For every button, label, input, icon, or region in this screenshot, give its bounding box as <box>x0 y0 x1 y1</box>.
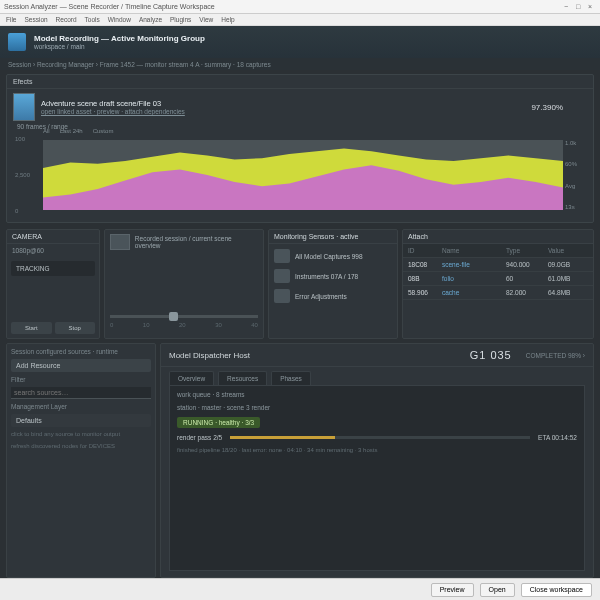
timeline-chart: All Last 24h Custom 100 2,500 0 1.0k <box>13 134 587 216</box>
col-value: Value <box>548 247 588 254</box>
filter-label: Filter <box>11 376 151 383</box>
hint-text: refresh discovered nodes for DEVICES <box>11 443 151 451</box>
sources-section-label: Session configured sources · runtime <box>11 348 151 355</box>
add-resource-button[interactable]: Add Resource <box>11 359 151 372</box>
menu-help[interactable]: Help <box>221 16 234 23</box>
sensors-header: Monitoring Sensors · active <box>269 230 397 244</box>
y-tick: 0 <box>15 208 43 214</box>
tab-phases[interactable]: Phases <box>271 371 311 385</box>
menu-plugins[interactable]: Plugins <box>170 16 191 23</box>
effects-card: Efects Adventure scene draft scene/File … <box>6 74 594 223</box>
camera-start-button[interactable]: Start <box>11 322 52 334</box>
y2-tick: 13s <box>565 204 587 210</box>
dispatcher-status[interactable]: COMPLETED 98% › <box>526 352 585 359</box>
menu-session[interactable]: Session <box>24 16 47 23</box>
chart-tab-custom[interactable]: Custom <box>93 128 114 134</box>
window-minimize-button[interactable]: − <box>560 3 572 10</box>
scrubber-handle[interactable] <box>169 312 178 321</box>
sensor-row[interactable]: Instruments 07A / 178 <box>269 266 397 286</box>
window-title: Session Analyzer — Scene Recorder / Time… <box>4 3 560 10</box>
app-icon <box>8 33 26 51</box>
sensor-icon <box>274 269 290 283</box>
y2-tick: 60% <box>565 161 587 167</box>
sensor-icon <box>274 289 290 303</box>
y-tick: 2,500 <box>15 172 43 178</box>
table-row[interactable]: 58.906 cache 82.000 64.8MB <box>403 286 593 300</box>
menu-record[interactable]: Record <box>56 16 77 23</box>
preview-label: Recorded session / current scene overvie… <box>135 235 258 249</box>
chart-tab-all[interactable]: All <box>43 128 50 134</box>
sensor-label: Instruments 07A / 178 <box>295 273 358 280</box>
col-id: ID <box>408 247 442 254</box>
col-type: Type <box>506 247 548 254</box>
attach-header: Attach <box>403 230 593 244</box>
chart-tab-24h[interactable]: Last 24h <box>60 128 83 134</box>
effects-thumbnail[interactable] <box>13 93 35 121</box>
camera-res: 1080p@60 <box>7 244 99 257</box>
y2-tick: 1.0k <box>565 140 587 146</box>
progress-label-left: render pass 2/5 <box>177 434 222 441</box>
panel-line: work queue · 8 streams <box>177 391 577 398</box>
window-titlebar: Session Analyzer — Scene Recorder / Time… <box>0 0 600 14</box>
window-maximize-button[interactable]: □ <box>572 3 584 10</box>
scrub-tick: 40 <box>251 322 258 328</box>
scrub-tick: 20 <box>179 322 186 328</box>
menu-tools[interactable]: Tools <box>85 16 100 23</box>
dispatcher-title: Model Dispatcher Host <box>169 351 470 360</box>
menu-view[interactable]: View <box>199 16 213 23</box>
panel-line: station · master · scene 3 render <box>177 404 577 411</box>
footer-open-button[interactable]: Open <box>480 583 515 597</box>
table-row[interactable]: 18C08 scene-file 940.000 09.0GB <box>403 258 593 272</box>
sensor-row[interactable]: Error Adjustments <box>269 286 397 306</box>
menu-analyze[interactable]: Analyze <box>139 16 162 23</box>
scrub-tick: 0 <box>110 322 113 328</box>
preview-panel: Recorded session / current scene overvie… <box>104 229 264 339</box>
header-title: Model Recording — Active Monitoring Grou… <box>34 34 205 43</box>
preview-thumbnail[interactable] <box>110 234 130 250</box>
col-name: Name <box>442 247 506 254</box>
effects-item-title: Adventure scene draft scene/File 03 <box>41 99 185 108</box>
footer-preview-button[interactable]: Preview <box>431 583 474 597</box>
header-subtitle: workspace / main <box>34 43 205 50</box>
app-header: Model Recording — Active Monitoring Grou… <box>0 26 600 58</box>
y2-tick: Avg <box>565 183 587 189</box>
defaults-toggle[interactable]: Defaults <box>11 414 151 427</box>
status-badge: RUNNING · healthy · 3/3 <box>177 417 260 428</box>
progress-label-right: ETA 00:14:52 <box>538 434 577 441</box>
tab-resources[interactable]: Resources <box>218 371 267 385</box>
source-filter-input[interactable] <box>11 387 151 399</box>
effects-card-header: Efects <box>7 75 593 89</box>
sensors-panel: Monitoring Sensors · active All Model Ca… <box>268 229 398 339</box>
timeline-scrubber[interactable]: 0 10 20 30 40 <box>105 304 263 338</box>
hint-text: click to bind any source to monitor outp… <box>11 431 151 439</box>
sensor-row[interactable]: All Model Captures 998 <box>269 246 397 266</box>
scrub-tick: 30 <box>215 322 222 328</box>
camera-tracking-tag: TRACKING <box>11 261 95 276</box>
chart-plot-area[interactable] <box>43 140 563 210</box>
dispatcher-id: G1 035 <box>470 349 512 361</box>
tab-overview[interactable]: Overview <box>169 371 214 385</box>
effects-metric: 97.390% <box>531 103 563 112</box>
progress-bar <box>230 436 530 439</box>
y-tick: 100 <box>15 136 43 142</box>
breadcrumb: Session › Recording Manager › Frame 1452… <box>0 58 600 70</box>
effects-item-link[interactable]: open linked asset · preview · attach dep… <box>41 108 185 115</box>
dispatcher-panel: Model Dispatcher Host G1 035 COMPLETED 9… <box>160 343 594 578</box>
sensor-label: All Model Captures 998 <box>295 253 363 260</box>
table-row[interactable]: 08B folio 60 61.0MB <box>403 272 593 286</box>
attach-panel: Attach ID Name Type Value 18C08 scene-fi… <box>402 229 594 339</box>
menu-bar: File Session Record Tools Window Analyze… <box>0 14 600 26</box>
sources-sidebar: Session configured sources · runtime Add… <box>6 343 156 578</box>
sensor-icon <box>274 249 290 263</box>
mgmt-label: Management Layer <box>11 403 151 410</box>
camera-stop-button[interactable]: Stop <box>55 322 96 334</box>
panel-footnote: finished pipeline 18/20 · last error: no… <box>177 447 577 453</box>
footer-close-button[interactable]: Close workspace <box>521 583 592 597</box>
footer-bar: Preview Open Close workspace <box>0 578 600 600</box>
menu-window[interactable]: Window <box>108 16 131 23</box>
scrub-tick: 10 <box>143 322 150 328</box>
camera-panel: CAMERA 1080p@60 TRACKING Start Stop <box>6 229 100 339</box>
window-close-button[interactable]: × <box>584 3 596 10</box>
menu-file[interactable]: File <box>6 16 16 23</box>
sensor-label: Error Adjustments <box>295 293 347 300</box>
